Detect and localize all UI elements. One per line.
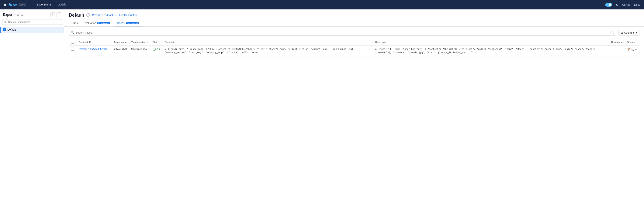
row-time-created: 9 minutes ago xyxy=(129,46,150,56)
request-expand-arrow[interactable]: ▶ xyxy=(165,48,166,50)
columns-label: Columns xyxy=(624,31,634,34)
header-request: Request xyxy=(162,39,373,46)
logo-flow: flow xyxy=(9,2,17,7)
source-label: ipyke xyxy=(632,48,637,51)
row-request-id: 71ffcf92785b4dfc965760a... xyxy=(76,46,111,56)
traces-experimental-badge: Experimental xyxy=(126,22,139,24)
collapse-sidebar-button[interactable]: ⊡ xyxy=(56,12,61,17)
select-all-header xyxy=(69,39,76,46)
external-link-icon: ↗ xyxy=(114,14,116,17)
columns-button[interactable]: ⊞ Columns ▾ xyxy=(618,30,640,35)
docs-link[interactable]: Docs xyxy=(634,3,640,6)
response-expand-arrow[interactable]: ▶ xyxy=(375,48,377,50)
add-experiment-button[interactable]: + xyxy=(50,12,55,17)
row-run-name xyxy=(609,46,625,56)
request-id-link[interactable]: 71ffcf92785b4dfc965760a... xyxy=(79,48,109,50)
theme-toggle[interactable] xyxy=(605,3,612,6)
tab-runs-label: Runs xyxy=(72,21,78,24)
main-layout: Experiments + ⊡ 🔍 Default ✏ 🗑 xyxy=(0,9,644,202)
top-navigation: mlflow 2.16.0 Experiments Models ⚙ GitHu… xyxy=(0,0,644,9)
header-run-name: Run name xyxy=(609,39,625,46)
traces-table-body: 71ffcf92785b4dfc965760a... initiate_chat… xyxy=(69,46,640,56)
status-ok-icon: ✓ xyxy=(152,48,156,51)
select-all-checkbox[interactable] xyxy=(71,41,74,44)
table-row: 71ffcf92785b4dfc965760a... initiate_chat… xyxy=(69,46,640,56)
sidebar: Experiments + ⊡ 🔍 Default ✏ 🗑 xyxy=(0,9,64,202)
github-link[interactable]: GitHub xyxy=(622,3,630,6)
content-area: Default i Provide Feedback ↗ Add Descrip… xyxy=(64,9,644,202)
traces-area: 🔍 i ⊞ Columns ▾ Re xyxy=(64,27,644,202)
nav-links: Experiments Models xyxy=(34,0,69,9)
row-trace-name: initiate_chat xyxy=(111,46,129,56)
experiment-checkbox[interactable] xyxy=(3,28,6,31)
tab-evaluation-label: Evaluation xyxy=(84,21,96,24)
content-title-row: Default i Provide Feedback ↗ Add Descrip… xyxy=(69,12,640,18)
header-time-created[interactable]: Time created ↕ xyxy=(129,39,150,46)
row-checkbox[interactable] xyxy=(71,48,74,51)
nav-right: ⚙ GitHub Docs xyxy=(605,3,640,6)
experiment-name: Default xyxy=(7,28,56,31)
search-experiments-icon: 🔍 xyxy=(4,21,6,23)
sidebar-title: Experiments xyxy=(3,13,24,17)
traces-search-box: 🔍 i xyxy=(69,30,616,36)
ipython-icon: 🏠 xyxy=(627,48,630,51)
header-response: Response xyxy=(373,39,609,46)
logo-ml: ml xyxy=(4,2,9,7)
evaluation-experimental-badge: Experimental xyxy=(97,22,110,24)
nav-models[interactable]: Models xyxy=(54,0,69,9)
header-source: Source xyxy=(625,39,640,46)
status-ok-badge: ✓ OK xyxy=(152,48,160,51)
nav-experiments[interactable]: Experiments xyxy=(34,0,54,9)
provide-feedback-button[interactable]: Provide Feedback ↗ xyxy=(92,13,116,17)
source-content: 🏠 ipyke xyxy=(627,48,637,51)
page-title: Default xyxy=(69,12,84,18)
row-status: ✓ OK xyxy=(150,46,162,56)
header-request-id: Request ID xyxy=(76,39,111,46)
sidebar-header: Experiments + ⊡ xyxy=(0,12,64,19)
traces-search-icon: 🔍 xyxy=(71,31,74,34)
traces-header-row: Request ID Trace name Time created ↕ Sta… xyxy=(69,39,640,46)
row-source: 🏠 ipyke xyxy=(625,46,640,56)
edit-experiment-button[interactable]: ✏ xyxy=(56,28,58,31)
status-label: OK xyxy=(156,48,160,51)
version-badge: 2.16.0 xyxy=(18,3,26,6)
traces-table: Request ID Trace name Time created ↕ Sta… xyxy=(69,39,640,56)
experiment-default-item[interactable]: Default ✏ 🗑 xyxy=(0,27,64,33)
row-request: ▶ {"recipient": " <code_model_37696... o… xyxy=(162,46,373,56)
header-status: Status xyxy=(150,39,162,46)
traces-toolbar: 🔍 i ⊞ Columns ▾ xyxy=(69,30,640,36)
traces-table-head: Request ID Trace name Time created ↕ Sta… xyxy=(69,39,640,46)
row-response: ▶ {"chat_id": null, "chat_history": [{"c… xyxy=(373,46,609,56)
columns-grid-icon: ⊞ xyxy=(621,31,623,34)
tab-traces[interactable]: Traces Experimental xyxy=(114,20,142,26)
logo: mlflow 2.16.0 xyxy=(4,2,26,7)
columns-chevron-icon: ▾ xyxy=(636,31,637,34)
search-experiments-box: 🔍 xyxy=(2,19,62,25)
plus-icon: + xyxy=(52,13,54,16)
tab-traces-label: Traces xyxy=(116,21,124,24)
collapse-icon: ⊡ xyxy=(58,13,60,17)
feedback-label: Provide Feedback xyxy=(92,13,114,17)
sidebar-actions: + ⊡ xyxy=(50,12,61,17)
row-checkbox-cell xyxy=(69,46,76,56)
time-sort-icon: ↕ xyxy=(147,41,148,43)
request-content: {"recipient": " <code_model_37696... obj… xyxy=(165,48,356,54)
tabs-row: Runs Evaluation Experimental Traces Expe… xyxy=(69,20,640,26)
response-content: {"chat_id": null, "chat_history": [{"con… xyxy=(375,48,595,54)
tab-runs[interactable]: Runs xyxy=(69,20,80,26)
title-info-icon[interactable]: i xyxy=(86,13,90,17)
delete-experiment-button[interactable]: 🗑 xyxy=(59,28,62,31)
traces-search-input[interactable] xyxy=(76,31,609,34)
search-experiments-input[interactable] xyxy=(2,19,62,25)
tab-evaluation[interactable]: Evaluation Experimental xyxy=(81,20,113,26)
traces-search-info-icon[interactable]: i xyxy=(610,31,614,34)
content-header: Default i Provide Feedback ↗ Add Descrip… xyxy=(64,9,644,27)
header-trace-name: Trace name xyxy=(111,39,129,46)
add-description-button[interactable]: Add Description xyxy=(119,13,138,17)
gear-icon[interactable]: ⚙ xyxy=(616,3,618,6)
logo-text: mlflow xyxy=(4,2,17,7)
